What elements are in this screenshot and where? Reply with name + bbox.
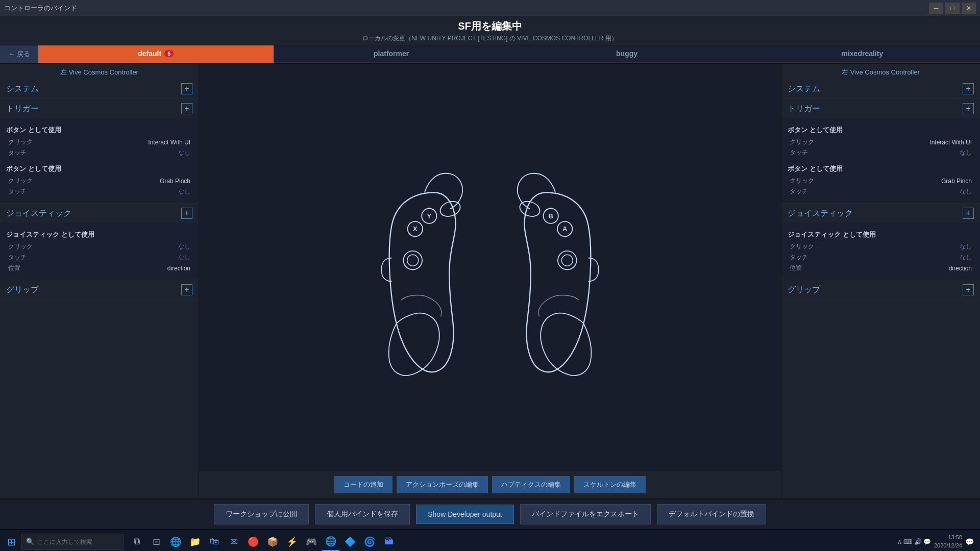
joystick-left-binding-position: 位置 direction bbox=[6, 263, 192, 273]
page-subtitle: ローカルの変更（NEW UNITY PROJECT [TESTING] の VI… bbox=[0, 34, 980, 43]
explorer-icon[interactable]: 📁 bbox=[186, 533, 204, 551]
titlebar-title: コントローラのバインド bbox=[4, 4, 77, 13]
section-trigger-left-title: トリガー bbox=[6, 104, 39, 114]
joystick-right-touch-value[interactable]: なし bbox=[960, 253, 972, 262]
edit-skeleton-button[interactable]: スケルトンの編集 bbox=[574, 476, 646, 493]
app-lightning-icon[interactable]: ⚡ bbox=[283, 533, 301, 551]
taskbar: ⊞ 🔍 ⧉ ⊟ 🌐 📁 🛍 ✉ 🔴 📦 ⚡ 🎮 🌐 🔷 🌀 🏔 ∧ ⌨ 🔊 💬 … bbox=[0, 529, 980, 551]
svg-point-5 bbox=[403, 251, 422, 270]
replace-default-bind-button[interactable]: デフォルトバインドの置換 bbox=[657, 504, 766, 524]
trigger-right-binding-click1: クリック Interact With UI bbox=[788, 137, 974, 147]
section-grip-left-add-button[interactable]: + bbox=[181, 284, 192, 295]
edit-haptics-button[interactable]: ハプティクスの編集 bbox=[492, 476, 570, 493]
svg-text:X: X bbox=[413, 225, 418, 233]
section-joystick-left-add-button[interactable]: + bbox=[181, 208, 192, 219]
tab-default-badge: 6 bbox=[164, 50, 174, 57]
controller-illustration: Y X bbox=[350, 145, 630, 390]
left-controller-label: 左 Vive Cosmos Controller bbox=[0, 64, 199, 79]
notification-icon[interactable]: 💬 bbox=[965, 538, 974, 546]
section-system-right-title: システム bbox=[788, 84, 820, 94]
search-input[interactable] bbox=[37, 538, 114, 545]
joystick-left-click-label: クリック bbox=[8, 242, 33, 251]
section-trigger-right-header[interactable]: トリガー + bbox=[781, 99, 980, 118]
search-icon: 🔍 bbox=[26, 538, 34, 545]
start-button[interactable]: ⊞ bbox=[2, 533, 20, 551]
section-grip-right: グリップ + bbox=[781, 280, 980, 300]
mail-icon[interactable]: ✉ bbox=[225, 533, 243, 551]
trigger-left-click1-value[interactable]: Interact With UI bbox=[148, 139, 190, 146]
joystick-right-position-value[interactable]: direction bbox=[949, 265, 972, 272]
window-controls: ─ □ ✕ bbox=[929, 3, 976, 14]
back-button[interactable]: ← 戻る bbox=[0, 45, 38, 63]
section-trigger-right: トリガー + ボタン として使用 クリック Interact With UI タ… bbox=[781, 99, 980, 204]
show-developer-output-button[interactable]: Show Developer output bbox=[416, 505, 514, 524]
app-red-icon[interactable]: 🔴 bbox=[244, 533, 262, 551]
publish-workshop-button[interactable]: ワークショップに公開 bbox=[214, 504, 309, 524]
app-mountain-icon[interactable]: 🏔 bbox=[380, 533, 398, 551]
svg-point-6 bbox=[407, 255, 419, 266]
save-personal-bind-button[interactable]: 個人用バインドを保存 bbox=[315, 504, 410, 524]
left-panel: 左 Vive Cosmos Controller システム + トリガー + ボ… bbox=[0, 64, 199, 498]
taskbar-search[interactable]: 🔍 bbox=[21, 534, 124, 550]
section-joystick-right: ジョイスティック + ジョイスティック として使用 クリック なし タッチ なし… bbox=[781, 204, 980, 280]
section-joystick-right-header[interactable]: ジョイスティック + bbox=[781, 204, 980, 223]
trigger-right-click2-value[interactable]: Grab Pinch bbox=[941, 178, 972, 185]
section-trigger-left-header[interactable]: トリガー + bbox=[0, 99, 199, 118]
trigger-right-click1-value[interactable]: Interact With UI bbox=[929, 139, 972, 146]
trigger-right-click1-label: クリック bbox=[790, 138, 814, 146]
titlebar: コントローラのバインド ─ □ ✕ bbox=[0, 0, 980, 16]
main-content: 左 Vive Cosmos Controller システム + トリガー + ボ… bbox=[0, 64, 980, 498]
steam-icon[interactable]: 🌐 bbox=[322, 533, 340, 551]
page-title: SF用を編集中 bbox=[0, 19, 980, 33]
joystick-right-group1-title: ジョイスティック として使用 bbox=[788, 230, 974, 239]
section-trigger-left-add-button[interactable]: + bbox=[181, 103, 192, 114]
section-grip-right-add-button[interactable]: + bbox=[963, 284, 974, 295]
joystick-left-touch-value[interactable]: なし bbox=[178, 253, 190, 262]
trigger-right-touch1-value[interactable]: なし bbox=[960, 148, 972, 157]
joystick-left-position-value[interactable]: direction bbox=[167, 265, 190, 272]
edit-action-pose-button[interactable]: アクションポーズの編集 bbox=[397, 476, 488, 493]
section-system-left-add-button[interactable]: + bbox=[181, 83, 192, 94]
section-grip-left-header[interactable]: グリップ + bbox=[0, 280, 199, 299]
section-joystick-right-content: ジョイスティック として使用 クリック なし タッチ なし 位置 directi… bbox=[781, 223, 980, 280]
close-button[interactable]: ✕ bbox=[962, 3, 976, 14]
joystick-left-position-label: 位置 bbox=[8, 264, 20, 272]
game-icon[interactable]: 🎮 bbox=[302, 533, 321, 551]
tab-buggy[interactable]: buggy bbox=[509, 45, 744, 63]
trigger-left-touch1-value[interactable]: なし bbox=[178, 148, 190, 157]
trigger-left-touch2-value[interactable]: なし bbox=[178, 187, 190, 196]
app-spiral-icon[interactable]: 🌀 bbox=[360, 533, 379, 551]
trigger-left-click2-value[interactable]: Grab Pinch bbox=[160, 178, 190, 185]
section-trigger-right-add-button[interactable]: + bbox=[963, 103, 974, 114]
svg-text:A: A bbox=[562, 225, 567, 233]
trigger-left-click1-label: クリック bbox=[8, 138, 33, 146]
svg-text:B: B bbox=[549, 212, 553, 220]
tab-platformer[interactable]: platformer bbox=[274, 45, 509, 63]
section-joystick-right-add-button[interactable]: + bbox=[963, 208, 974, 219]
joystick-right-position-label: 位置 bbox=[790, 264, 802, 272]
dropbox-icon[interactable]: 📦 bbox=[263, 533, 282, 551]
section-trigger-right-content: ボタン として使用 クリック Interact With UI タッチ なし ボ… bbox=[781, 118, 980, 203]
store-icon[interactable]: 🛍 bbox=[205, 533, 224, 551]
section-joystick-left-header[interactable]: ジョイスティック + bbox=[0, 204, 199, 223]
section-system-right-add-button[interactable]: + bbox=[963, 83, 974, 94]
section-grip-right-header[interactable]: グリップ + bbox=[781, 280, 980, 299]
trigger-right-touch2-value[interactable]: なし bbox=[960, 187, 972, 196]
joystick-left-click-value[interactable]: なし bbox=[178, 242, 190, 251]
export-bind-file-button[interactable]: バインドファイルをエクスポート bbox=[520, 504, 651, 524]
blender-icon[interactable]: 🔷 bbox=[341, 533, 359, 551]
maximize-button[interactable]: □ bbox=[945, 3, 960, 14]
joystick-right-touch-label: タッチ bbox=[790, 253, 808, 262]
joystick-right-click-value[interactable]: なし bbox=[960, 242, 972, 251]
minimize-button[interactable]: ─ bbox=[929, 3, 943, 14]
section-grip-left: グリップ + bbox=[0, 280, 199, 300]
trigger-left-touch1-label: タッチ bbox=[8, 148, 27, 157]
tab-mixedreality[interactable]: mixedreality bbox=[745, 45, 980, 63]
section-system-right-header[interactable]: システム + bbox=[781, 79, 980, 98]
add-code-button[interactable]: コードの追加 bbox=[334, 476, 393, 493]
tab-default[interactable]: default 6 bbox=[38, 45, 274, 63]
taskview-icon[interactable]: ⧉ bbox=[128, 533, 146, 551]
widgets-icon[interactable]: ⊟ bbox=[147, 533, 165, 551]
edge-icon[interactable]: 🌐 bbox=[166, 533, 185, 551]
section-system-left-header[interactable]: システム + bbox=[0, 79, 199, 98]
